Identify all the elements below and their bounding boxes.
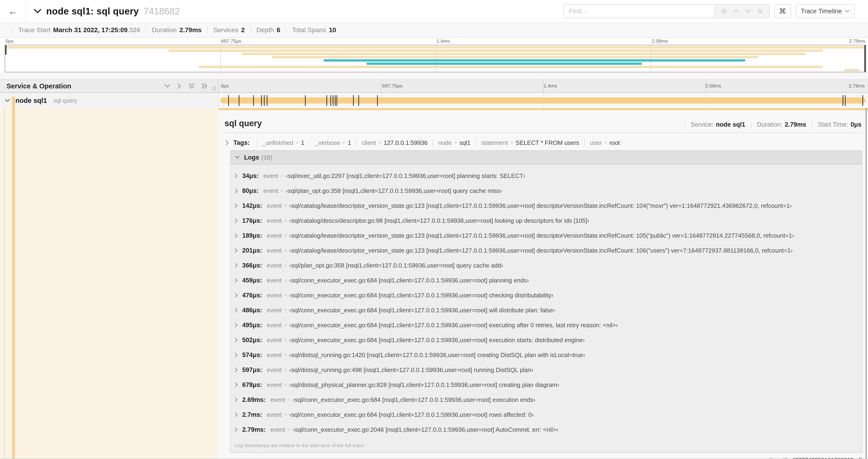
log-entry-row[interactable]: 459μs: event = ‹sql/conn_executor_exec.g… [230, 273, 862, 288]
equals-sign: = [280, 188, 283, 194]
column-resize-handle[interactable] [213, 86, 216, 91]
log-chevron-right-icon[interactable] [235, 323, 238, 328]
log-chevron-right-icon[interactable] [235, 203, 238, 208]
log-entry-row[interactable]: 597μs: event = ‹sql/distsql_running.go:4… [230, 362, 862, 378]
span-collapser-chevron-down-icon[interactable] [5, 99, 10, 102]
log-entry-row[interactable]: 2.69ms: event = ‹sql/conn_executor_exec.… [230, 392, 862, 407]
tag-key: user [590, 139, 602, 146]
keyboard-shortcuts-button[interactable]: ⌘ [774, 4, 791, 18]
log-field-value: ‹sql/exec_util.go:2297 [nsql1,client=127… [286, 172, 525, 179]
back-button[interactable]: ← [0, 0, 26, 22]
log-tick-marker[interactable] [335, 95, 336, 106]
log-chevron-right-icon[interactable] [235, 308, 238, 313]
log-tick-marker[interactable] [267, 95, 268, 106]
summary-value: 2 [241, 26, 245, 34]
log-chevron-right-icon[interactable] [235, 263, 238, 268]
log-chevron-right-icon[interactable] [235, 382, 238, 387]
log-entry-row[interactable]: 2.7ms: event = ‹sql/conn_executor_exec.g… [230, 407, 862, 422]
find-input[interactable] [564, 5, 714, 18]
log-timestamp: 189μs: [242, 232, 262, 239]
span-detail-meta: Service: node sql1 Duration: 2.79ms [679, 121, 863, 128]
minimap-left-scrubber-handle[interactable] [5, 45, 6, 55]
log-tick-marker[interactable] [377, 95, 378, 106]
log-timestamp: 176μs: [242, 217, 262, 224]
log-entry-row[interactable]: 176μs: event = ‹sql/catalog/descs/descri… [230, 213, 862, 228]
log-entry-row[interactable]: 502μs: event = ‹sql/conn_executor_exec.g… [230, 333, 862, 348]
locate-icon[interactable] [721, 8, 727, 14]
equals-sign: = [284, 412, 287, 418]
log-tick-marker[interactable] [264, 95, 265, 106]
tags-label[interactable]: Tags: [233, 139, 250, 146]
log-tick-marker[interactable] [239, 95, 239, 106]
span-name-cell[interactable]: node sql1 sql query [0, 93, 218, 108]
log-entry-row[interactable]: 678μs: event = ‹sql/distsql_physical_pla… [230, 378, 862, 392]
log-tick-marker[interactable] [862, 95, 863, 106]
log-chevron-right-icon[interactable] [235, 293, 238, 298]
log-entry-row[interactable]: 495μs: event = ‹sql/conn_executor_exec.g… [230, 318, 862, 333]
log-tick-marker[interactable] [327, 95, 327, 106]
log-chevron-right-icon[interactable] [235, 218, 238, 223]
log-timestamp: 502μs: [242, 336, 262, 344]
clear-find-x-icon[interactable] [757, 9, 763, 14]
log-entry-row[interactable]: 201μs: event = ‹sql/catalog/lease/descri… [230, 243, 862, 258]
log-tick-marker[interactable] [337, 95, 337, 106]
log-tick-marker[interactable] [331, 95, 331, 106]
equals-sign: = [510, 140, 513, 146]
log-entry-row[interactable]: 142μs: event = ‹sql/catalog/lease/descri… [230, 198, 862, 213]
find-prev-chevron-up-icon[interactable] [733, 9, 739, 13]
timeline-ruler-inner: 0μs 697.75μs 1.4ms 2.09ms 2.79ms [220, 80, 866, 92]
log-chevron-right-icon[interactable] [235, 352, 238, 358]
expand-all-double-chevron-down-icon[interactable] [189, 83, 195, 89]
log-field-key: event [267, 381, 282, 389]
trace-collapser-chevron-down-icon[interactable] [34, 9, 41, 14]
log-chevron-right-icon[interactable] [235, 367, 238, 372]
span-bar-cell[interactable] [218, 93, 868, 108]
log-tick-marker[interactable] [305, 95, 306, 106]
log-chevron-right-icon[interactable] [235, 173, 238, 178]
find-next-chevron-down-icon[interactable] [745, 9, 751, 13]
log-tick-marker[interactable] [333, 95, 334, 106]
log-entry-row[interactable]: 2.79ms: event = ‹sql/conn_executor_exec.… [230, 422, 862, 437]
meta-item: Service: node sql1 [679, 121, 745, 128]
expand-one-chevron-down-icon[interactable] [164, 84, 170, 88]
minimap-right-scrubber-handle[interactable] [864, 45, 866, 72]
trace-view-dropdown[interactable]: Trace Timeline [796, 4, 855, 18]
log-chevron-right-icon[interactable] [235, 427, 238, 432]
trace-minimap[interactable] [5, 45, 866, 72]
log-tick-marker[interactable] [843, 95, 843, 106]
deep-link-icon[interactable] [856, 457, 862, 459]
log-tick-marker[interactable] [261, 95, 262, 106]
ruler-tick-label: 0μs [221, 83, 229, 89]
span-duration-bar[interactable] [220, 97, 866, 104]
collapse-all-double-chevron-right-icon[interactable] [202, 83, 208, 89]
log-entry-row[interactable]: 189μs: event = ‹sql/catalog/lease/descri… [230, 228, 862, 243]
logs-header[interactable]: Logs (18) [230, 151, 862, 165]
tag-item: user = root [579, 139, 620, 146]
log-chevron-right-icon[interactable] [235, 278, 238, 283]
log-chevron-right-icon[interactable] [235, 248, 238, 253]
log-tick-marker[interactable] [253, 95, 254, 106]
log-entry-row[interactable]: 486μs: event = ‹sql/conn_executor_exec.g… [230, 303, 862, 318]
minimap-span [844, 69, 860, 71]
log-tick-marker[interactable] [359, 95, 359, 106]
log-timestamp: 597μs: [242, 366, 262, 374]
log-entry-row[interactable]: 366μs: event = ‹sql/plan_opt.go:358 [nsq… [230, 258, 862, 273]
log-chevron-right-icon[interactable] [235, 188, 238, 193]
span-service-name[interactable]: node sql1 [16, 97, 47, 104]
log-entry-row[interactable]: 574μs: event = ‹sql/distsql_running.go:1… [230, 348, 862, 362]
ruler-tick-label: 2.79ms [849, 83, 865, 89]
log-timestamp: 2.7ms: [242, 411, 262, 418]
log-chevron-right-icon[interactable] [235, 397, 238, 402]
tags-chevron-right-icon[interactable] [225, 140, 229, 145]
collapse-one-chevron-right-icon[interactable] [177, 83, 182, 89]
log-tick-marker[interactable] [353, 95, 354, 106]
log-chevron-right-icon[interactable] [235, 233, 238, 238]
log-entry-row[interactable]: 34μs: event = ‹sql/exec_util.go:2297 [ns… [230, 168, 862, 183]
log-entry-row[interactable]: 80μs: event = ‹sql/plan_opt.go:358 [nsql… [230, 183, 862, 198]
log-entry-row[interactable]: 476μs: event = ‹sql/conn_executor_exec.g… [230, 288, 862, 303]
log-tick-marker[interactable] [845, 95, 846, 106]
separator [356, 139, 357, 146]
log-tick-marker[interactable] [228, 95, 229, 106]
log-chevron-right-icon[interactable] [235, 412, 238, 417]
log-chevron-right-icon[interactable] [235, 337, 238, 342]
